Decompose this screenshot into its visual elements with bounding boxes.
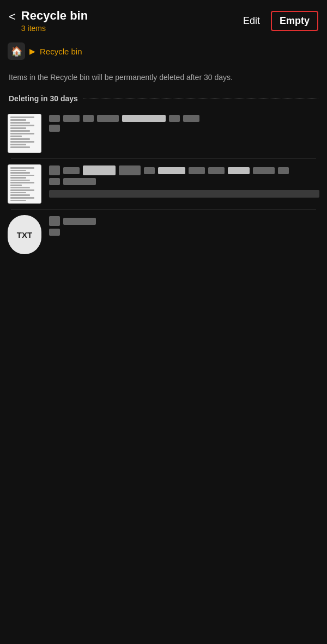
list-item[interactable] — [5, 108, 322, 158]
file-info — [49, 215, 319, 236]
txt-label: TXT — [17, 230, 32, 240]
blur-block — [49, 115, 60, 122]
progress-bar — [49, 190, 319, 198]
blur-block — [253, 167, 275, 174]
blur-block — [183, 115, 199, 122]
file-meta-row — [49, 125, 319, 132]
page-title: Recycle bin — [21, 9, 88, 23]
home-icon[interactable]: 🏠 — [8, 42, 25, 60]
file-info — [49, 164, 319, 200]
file-name-row — [49, 216, 319, 226]
blur-block — [158, 167, 185, 174]
back-button[interactable]: < — [9, 10, 16, 24]
blur-block — [208, 167, 225, 174]
title-group: Recycle bin 3 items — [21, 9, 88, 33]
blur-block — [49, 216, 60, 226]
blur-block — [144, 167, 155, 174]
blur-block — [49, 178, 60, 185]
section-label: Deleting in 30 days — [9, 94, 78, 103]
blur-block — [122, 115, 166, 122]
blur-block — [83, 165, 116, 175]
header-left: < Recycle bin 3 items — [9, 9, 88, 33]
breadcrumb: 🏠 ▶ Recycle bin — [0, 38, 327, 64]
file-list: TXT — [0, 106, 327, 262]
item-count: 3 items — [21, 24, 88, 33]
file-meta-row — [49, 178, 319, 185]
blur-block — [63, 167, 80, 174]
file-thumbnail — [8, 114, 41, 153]
blur-block — [97, 115, 119, 122]
file-info — [49, 114, 319, 132]
blur-block — [169, 115, 180, 122]
header-actions: Edit Empty — [239, 11, 318, 31]
file-thumbnail-txt: TXT — [8, 215, 41, 254]
blur-block — [228, 167, 250, 174]
edit-button[interactable]: Edit — [239, 13, 264, 29]
file-meta-row — [49, 229, 319, 236]
info-text: Items in the Recycle bin will be permane… — [0, 64, 327, 89]
list-item[interactable] — [5, 159, 322, 209]
file-thumbnail — [8, 164, 41, 204]
breadcrumb-label[interactable]: Recycle bin — [40, 47, 82, 56]
blur-block — [63, 218, 96, 225]
blur-block — [49, 229, 60, 236]
blur-block — [189, 167, 205, 174]
empty-button[interactable]: Empty — [271, 11, 318, 31]
blur-block — [63, 115, 80, 122]
blur-block — [63, 178, 96, 185]
list-item[interactable]: TXT — [5, 210, 322, 260]
blur-block — [49, 125, 60, 132]
blur-block — [83, 115, 94, 122]
file-name-row — [49, 165, 319, 175]
section-header: Deleting in 30 days — [0, 89, 327, 106]
file-name-row — [49, 115, 319, 122]
blur-block — [119, 165, 141, 175]
section-divider — [83, 99, 318, 99]
breadcrumb-arrow: ▶ — [29, 47, 35, 56]
blur-block — [278, 167, 289, 174]
header: < Recycle bin 3 items Edit Empty — [0, 0, 327, 38]
blur-block — [49, 165, 60, 175]
